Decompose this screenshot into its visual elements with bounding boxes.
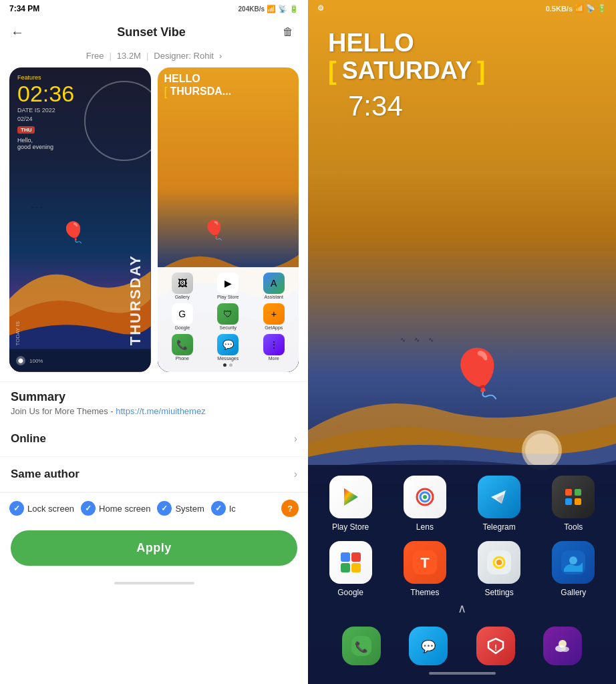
status-time: 7:34 PM [9,4,39,13]
page-dots [162,363,295,367]
delete-button[interactable]: 🗑 [279,23,297,41]
gallery-label: Gallery [561,588,586,597]
app-security-preview[interactable]: 🛡 Security [207,303,249,330]
left-panel: 7:34 PM 204KB/s 📶 📡 🔋 ← Sunset Vibe 🗑 Fr… [0,0,308,684]
homescreen-checkbox[interactable]: ✓ Home screen [81,501,150,516]
meta-chevron[interactable]: › [219,51,222,61]
home-indicator-left [114,582,194,584]
svg-point-30 [561,647,569,652]
app-lens[interactable]: Lens [393,476,456,532]
lockscreen-checkbox[interactable]: ✓ Lock screen [9,501,74,516]
app-google[interactable]: Google [319,541,382,597]
status-data: 204KB/s [239,5,265,13]
preview-container: Features 02:36 DATE IS 2022 02/24 THU He… [0,67,308,381]
svg-point-20 [496,560,502,565]
app-telegram[interactable]: Telegram [468,476,531,532]
saturday-text: SATURDAY [342,59,472,83]
back-button[interactable]: ← [11,25,24,40]
lens-label: Lens [416,522,434,532]
themes-icon: T [404,541,446,584]
online-label: Online [11,432,46,446]
right-status-icons: 0.5KB/s 📶 📡 🔋 [546,4,607,13]
svg-text:📞: 📞 [355,641,368,653]
settings-label: Settings [484,588,513,597]
progress-bar: ⬤ 100% [16,356,144,365]
app-phone-preview[interactable]: 📞 Phone [162,334,204,361]
lockscreen-preview[interactable]: Features 02:36 DATE IS 2022 02/24 THU He… [9,67,151,372]
svg-point-1 [525,434,559,467]
telegram-icon [478,476,520,518]
thursday-row: [ THURSDA... [164,85,293,99]
signal-icon: 📶 [267,5,276,13]
app-google-preview[interactable]: G Google [162,303,204,330]
dock-row: 📞 💬 ! [315,623,609,668]
wifi-icon: 📡 [278,5,287,13]
google-label: Google [337,588,363,597]
balloon-left: 🎈 [61,220,86,244]
signal-right: 📶 [575,4,584,13]
homescreen-checkbox-label: Home screen [99,504,150,514]
settings-icon [478,541,520,584]
feature-badge: Features [17,74,143,81]
apps-overlay: 🖼 Gallery ▶ Play Store A Assistant G [158,267,299,372]
dock-phone[interactable]: 📞 [342,627,381,665]
tools-label: Tools [564,522,583,532]
same-author-label: Same author [11,468,80,481]
top-bar: ← Sunset Vibe 🗑 [0,17,308,48]
dock-weather[interactable] [543,627,582,665]
app-playstore[interactable]: Play Store [319,476,382,532]
svg-rect-14 [341,563,350,572]
app-gallery-preview[interactable]: 🖼 Gallery [162,273,204,299]
app-tools[interactable]: Tools [542,476,605,532]
themes-label: Themes [410,588,439,597]
apply-section: Apply [0,524,308,576]
birds-left: ~ ~ ~ [31,204,43,210]
balloon-right: 🎈 [448,350,506,397]
system-checkbox-label: System [175,504,204,514]
playstore-label: Play Store [332,522,369,532]
checkboxes-row: ✓ Lock screen ✓ Home screen ✓ System ✓ I… [0,492,308,524]
app-themes[interactable]: T Themes [393,541,456,597]
apply-button[interactable]: Apply [11,530,297,566]
dock-messages[interactable]: 💬 [409,627,448,665]
app-gallery[interactable]: Gallery [542,541,605,597]
app-dock: Play Store Lens [308,465,616,684]
app-assistant-preview[interactable]: A Assistant [253,273,295,299]
app-settings[interactable]: Settings [468,541,531,597]
hello-text-right: HELLO [328,30,596,55]
battery-icon: 🔋 [289,5,299,13]
help-button[interactable]: ? [281,500,299,517]
svg-rect-15 [351,563,361,572]
homescreen-preview[interactable]: HELLO [ THURSDA... 🎈 🖼 Gallery [158,67,299,372]
svg-text:!: ! [494,643,497,653]
app-more-preview[interactable]: ⋮ More [253,334,295,361]
lockscreen-checkbox-label: Lock screen [27,504,74,514]
app-msg-preview[interactable]: 💬 Messages [207,334,249,361]
time-right: 7:34 [328,83,596,129]
day-vertical: THURSDAY [127,254,144,345]
summary-link[interactable]: https://t.me/miuithemez [116,406,205,416]
designer-label: Designer: Rohit [154,51,214,61]
theme-title: Sunset Vibe [117,25,186,39]
same-author-chevron: › [294,468,297,480]
google-icon [329,541,372,584]
svg-rect-13 [351,552,361,562]
status-bar-left: 7:34 PM 204KB/s 📶 📡 🔋 [0,0,308,17]
playstore-icon [329,476,372,518]
dock-security[interactable]: ! [476,627,515,665]
same-author-menu-item[interactable]: Same author › [0,457,308,492]
online-menu-item[interactable]: Online › [0,421,308,457]
ic-checkbox[interactable]: ✓ Ic [211,501,236,516]
svg-rect-12 [341,552,350,562]
gallery-icon [552,541,595,584]
app-playstore-preview[interactable]: ▶ Play Store [207,273,249,299]
summary-title: Summary [11,390,297,404]
app-getapps-preview[interactable]: + GetApps [253,303,295,330]
today-is: TODAY IS [15,321,21,345]
status-icons-left: 204KB/s 📶 📡 🔋 [239,5,299,13]
homescreen-greeting: HELLO [ THURSDA... [158,67,299,104]
right-panel: ⚙ 0.5KB/s 📶 📡 🔋 HELLO [ SATURDAY ] 7:34 … [308,0,616,684]
system-checkbox[interactable]: ✓ System [157,501,204,516]
svg-rect-11 [575,498,581,505]
svg-rect-9 [575,489,581,496]
